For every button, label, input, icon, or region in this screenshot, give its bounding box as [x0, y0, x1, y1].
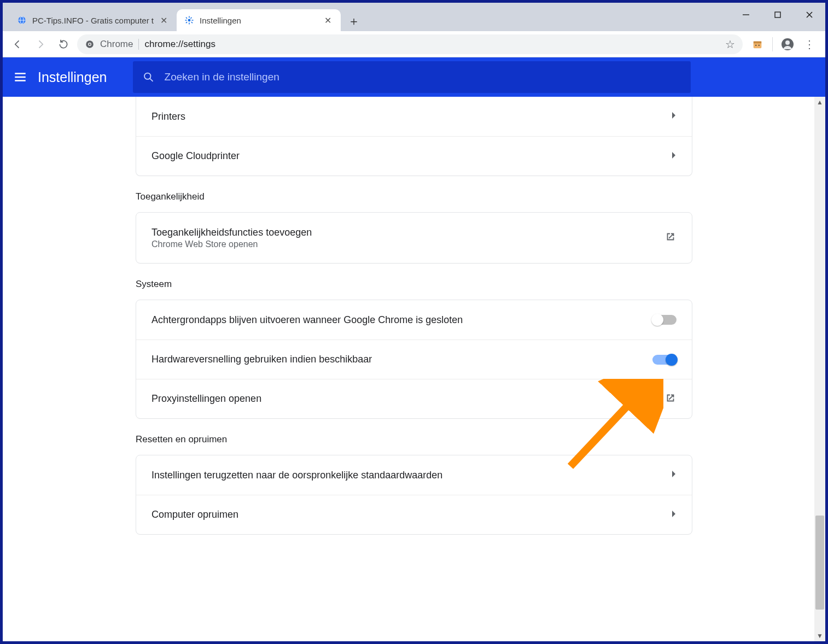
row-label: Achtergrondapps blijven uitvoeren wannee… — [151, 314, 463, 326]
scrollbar-thumb[interactable] — [815, 516, 824, 610]
svg-point-18 — [89, 43, 91, 45]
section-title-reset: Resetten en opruimen — [136, 434, 692, 445]
new-tab-button[interactable]: ＋ — [344, 11, 364, 31]
row-label: Google Cloudprinter — [151, 150, 240, 162]
svg-rect-12 — [185, 17, 187, 19]
vertical-scrollbar[interactable]: ▲ ▼ — [814, 97, 825, 641]
svg-point-24 — [785, 40, 790, 45]
tab-title: Instellingen — [200, 16, 318, 25]
svg-point-22 — [759, 44, 760, 45]
row-label: Printers — [151, 111, 185, 122]
browser-tab-inactive[interactable]: PC-Tips.INFO - Gratis computer t ✕ — [9, 9, 177, 31]
gear-icon — [184, 15, 194, 25]
reload-icon — [58, 39, 69, 50]
chevron-right-icon — [671, 151, 677, 161]
svg-rect-15 — [185, 22, 187, 24]
row-label: Instellingen terugzetten naar de oorspro… — [151, 470, 442, 481]
scroll-up-button[interactable]: ▲ — [814, 97, 825, 108]
svg-rect-9 — [189, 23, 190, 25]
row-label: Computer opruimen — [151, 509, 238, 520]
kebab-menu-button[interactable]: ⋮ — [802, 37, 817, 51]
settings-row-cloud-print[interactable]: Google Cloudprinter — [136, 136, 692, 175]
svg-rect-11 — [191, 20, 193, 21]
svg-rect-1 — [775, 12, 780, 17]
chevron-right-icon — [671, 470, 677, 480]
settings-row-clean-computer[interactable]: Computer opruimen — [136, 495, 692, 534]
chrome-logo-icon — [85, 39, 95, 49]
settings-row-add-accessibility[interactable]: Toegankelijkheidsfuncties toevoegen Chro… — [136, 213, 692, 263]
window-maximize-button[interactable] — [762, 3, 794, 27]
svg-rect-20 — [754, 41, 762, 43]
settings-search-input[interactable] — [165, 71, 681, 83]
settings-search[interactable] — [133, 61, 691, 93]
forward-button[interactable] — [31, 35, 50, 54]
address-bar[interactable]: Chrome chrome://settings ☆ — [77, 34, 743, 54]
settings-row-proxy[interactable]: Proxyinstellingen openen — [136, 379, 692, 418]
tab-close-button[interactable]: ✕ — [159, 15, 169, 26]
settings-row-printers[interactable]: Printers — [136, 97, 692, 136]
row-label: Hardwareversnelling gebruiken indien bes… — [151, 354, 372, 365]
settings-row-background-apps[interactable]: Achtergrondapps blijven uitvoeren wannee… — [136, 300, 692, 339]
bookmark-star-icon[interactable]: ☆ — [725, 38, 735, 51]
chevron-right-icon — [671, 510, 677, 520]
hamburger-icon — [13, 70, 27, 84]
extension-icon[interactable] — [750, 37, 765, 51]
svg-rect-10 — [185, 20, 186, 21]
appbar-title: Instellingen — [38, 69, 107, 85]
scroll-down-button[interactable]: ▼ — [814, 630, 825, 641]
arrow-left-icon — [12, 39, 23, 50]
svg-line-26 — [150, 79, 153, 81]
settings-row-restore-defaults[interactable]: Instellingen terugzetten naar de oorspro… — [136, 455, 692, 495]
settings-appbar: Instellingen — [3, 57, 825, 97]
toggle-background-apps[interactable] — [652, 315, 677, 325]
tab-close-button[interactable]: ✕ — [323, 15, 333, 26]
back-button[interactable] — [8, 35, 27, 54]
browser-tabstrip: PC-Tips.INFO - Gratis computer t ✕ Inste… — [3, 3, 825, 31]
svg-rect-13 — [191, 22, 193, 24]
svg-point-7 — [188, 19, 191, 22]
minimize-icon — [742, 11, 750, 19]
row-label: Toegankelijkheidsfuncties toevoegen — [151, 227, 312, 238]
section-title-accessibility: Toegankelijkheid — [136, 191, 692, 202]
browser-toolbar: Chrome chrome://settings ☆ ⋮ — [3, 31, 825, 57]
menu-button[interactable] — [13, 69, 28, 85]
address-url: chrome://settings — [144, 39, 215, 50]
arrow-right-icon — [35, 39, 46, 50]
row-label: Proxyinstellingen openen — [151, 393, 261, 405]
close-icon — [806, 11, 813, 19]
row-sublabel: Chrome Web Store openen — [151, 239, 312, 249]
chevron-right-icon — [671, 112, 677, 121]
scrollbar-track[interactable] — [814, 108, 825, 630]
window-close-button[interactable] — [794, 3, 825, 27]
settings-row-hardware-acceleration[interactable]: Hardwareversnelling gebruiken indien bes… — [136, 339, 692, 379]
reload-button[interactable] — [54, 35, 73, 54]
browser-tab-active[interactable]: Instellingen ✕ — [177, 9, 341, 31]
toggle-hardware-acceleration[interactable] — [652, 355, 677, 365]
external-link-icon — [664, 231, 677, 245]
svg-point-25 — [145, 73, 151, 79]
svg-rect-8 — [189, 16, 190, 18]
svg-point-21 — [755, 44, 756, 45]
section-title-system: Systeem — [136, 279, 692, 290]
profile-avatar-button[interactable] — [780, 37, 795, 51]
window-minimize-button[interactable] — [730, 3, 762, 27]
address-chip: Chrome — [100, 39, 139, 50]
globe-icon — [17, 15, 27, 25]
external-link-icon — [664, 392, 677, 406]
search-icon — [143, 71, 154, 83]
svg-rect-14 — [190, 17, 192, 19]
tab-title: PC-Tips.INFO - Gratis computer t — [32, 16, 154, 25]
maximize-icon — [774, 11, 782, 19]
